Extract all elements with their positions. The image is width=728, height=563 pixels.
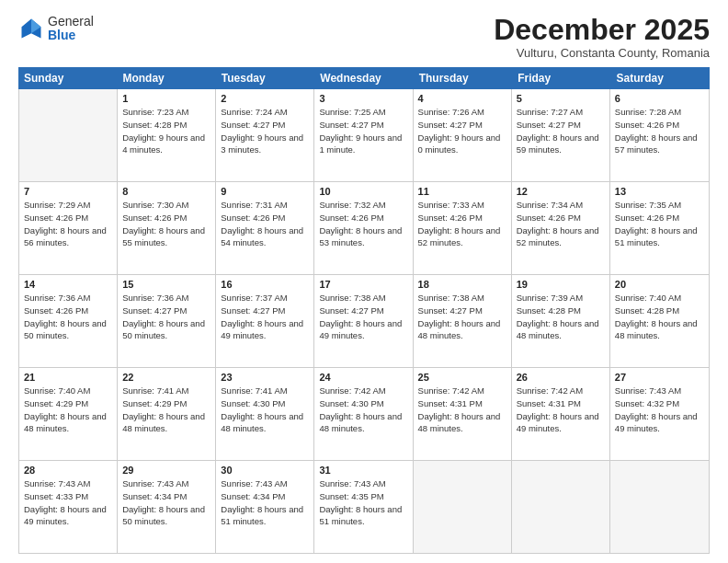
- calendar: SundayMondayTuesdayWednesdayThursdayFrid…: [18, 67, 710, 554]
- day-cell-6: 6Sunrise: 7:28 AMSunset: 4:26 PMDaylight…: [610, 89, 709, 181]
- day-info: Sunrise: 7:29 AMSunset: 4:26 PMDaylight:…: [24, 199, 112, 249]
- day-number: 4: [418, 93, 506, 104]
- day-number: 17: [319, 279, 407, 290]
- day-cell-13: 13Sunrise: 7:35 AMSunset: 4:26 PMDayligh…: [610, 182, 709, 274]
- day-info: Sunrise: 7:38 AMSunset: 4:27 PMDaylight:…: [319, 292, 407, 342]
- day-number: 24: [319, 372, 407, 383]
- day-number: 18: [418, 279, 506, 290]
- day-info: Sunrise: 7:36 AMSunset: 4:26 PMDaylight:…: [24, 292, 112, 342]
- day-number: 31: [319, 465, 407, 476]
- day-info: Sunrise: 7:41 AMSunset: 4:30 PMDaylight:…: [221, 385, 309, 435]
- day-number: 22: [122, 372, 210, 383]
- day-info: Sunrise: 7:35 AMSunset: 4:26 PMDaylight:…: [615, 199, 704, 249]
- day-number: 12: [517, 186, 605, 197]
- day-info: Sunrise: 7:43 AMSunset: 4:34 PMDaylight:…: [122, 477, 210, 528]
- empty-cell: [414, 461, 512, 553]
- day-info: Sunrise: 7:27 AMSunset: 4:27 PMDaylight:…: [517, 106, 605, 156]
- day-info: Sunrise: 7:40 AMSunset: 4:29 PMDaylight:…: [24, 385, 112, 435]
- day-cell-24: 24Sunrise: 7:42 AMSunset: 4:30 PMDayligh…: [314, 368, 413, 460]
- day-number: 21: [24, 372, 112, 383]
- day-cell-15: 15Sunrise: 7:36 AMSunset: 4:27 PMDayligh…: [118, 275, 216, 367]
- day-cell-2: 2Sunrise: 7:24 AMSunset: 4:27 PMDaylight…: [216, 89, 314, 181]
- day-number: 7: [24, 186, 112, 197]
- day-info: Sunrise: 7:41 AMSunset: 4:29 PMDaylight:…: [122, 385, 210, 435]
- day-number: 1: [122, 93, 210, 104]
- location-subtitle: Vulturu, Constanta County, Romania: [494, 46, 710, 60]
- day-number: 9: [221, 186, 309, 197]
- day-info: Sunrise: 7:25 AMSunset: 4:27 PMDaylight:…: [319, 106, 407, 156]
- day-info: Sunrise: 7:31 AMSunset: 4:26 PMDaylight:…: [221, 199, 309, 249]
- calendar-week-1: 1Sunrise: 7:23 AMSunset: 4:28 PMDaylight…: [19, 89, 709, 182]
- day-info: Sunrise: 7:43 AMSunset: 4:35 PMDaylight:…: [319, 477, 407, 528]
- day-info: Sunrise: 7:26 AMSunset: 4:27 PMDaylight:…: [418, 106, 506, 156]
- day-number: 8: [122, 186, 210, 197]
- day-number: 11: [418, 186, 506, 197]
- day-cell-1: 1Sunrise: 7:23 AMSunset: 4:28 PMDaylight…: [118, 89, 216, 181]
- day-info: Sunrise: 7:32 AMSunset: 4:26 PMDaylight:…: [319, 199, 407, 249]
- day-cell-7: 7Sunrise: 7:29 AMSunset: 4:26 PMDaylight…: [19, 182, 118, 274]
- calendar-header: SundayMondayTuesdayWednesdayThursdayFrid…: [18, 67, 710, 89]
- day-number: 5: [517, 93, 605, 104]
- header: General Blue December 2025 Vulturu, Cons…: [18, 15, 710, 60]
- day-cell-26: 26Sunrise: 7:42 AMSunset: 4:31 PMDayligh…: [512, 368, 610, 460]
- logo: General Blue: [18, 15, 94, 43]
- day-number: 10: [319, 186, 407, 197]
- day-number: 23: [221, 372, 309, 383]
- calendar-body: 1Sunrise: 7:23 AMSunset: 4:28 PMDaylight…: [18, 89, 710, 554]
- day-cell-20: 20Sunrise: 7:40 AMSunset: 4:28 PMDayligh…: [610, 275, 709, 367]
- day-info: Sunrise: 7:43 AMSunset: 4:33 PMDaylight:…: [24, 477, 112, 528]
- title-area: December 2025 Vulturu, Constanta County,…: [494, 15, 710, 60]
- header-day-wednesday: Wednesday: [314, 67, 413, 89]
- day-info: Sunrise: 7:33 AMSunset: 4:26 PMDaylight:…: [418, 199, 506, 249]
- day-number: 28: [24, 465, 112, 476]
- logo-icon: [18, 16, 44, 41]
- day-cell-17: 17Sunrise: 7:38 AMSunset: 4:27 PMDayligh…: [314, 275, 413, 367]
- day-cell-9: 9Sunrise: 7:31 AMSunset: 4:26 PMDaylight…: [216, 182, 314, 274]
- day-cell-5: 5Sunrise: 7:27 AMSunset: 4:27 PMDaylight…: [512, 89, 610, 181]
- day-cell-4: 4Sunrise: 7:26 AMSunset: 4:27 PMDaylight…: [414, 89, 512, 181]
- day-info: Sunrise: 7:43 AMSunset: 4:34 PMDaylight:…: [221, 477, 309, 528]
- day-info: Sunrise: 7:38 AMSunset: 4:27 PMDaylight:…: [418, 292, 506, 342]
- day-info: Sunrise: 7:28 AMSunset: 4:26 PMDaylight:…: [615, 106, 704, 156]
- logo-general-label: General: [48, 15, 94, 29]
- day-number: 26: [517, 372, 605, 383]
- logo-text: General Blue: [48, 15, 94, 43]
- day-cell-14: 14Sunrise: 7:36 AMSunset: 4:26 PMDayligh…: [19, 275, 118, 367]
- day-cell-3: 3Sunrise: 7:25 AMSunset: 4:27 PMDaylight…: [314, 89, 413, 181]
- day-number: 3: [319, 93, 407, 104]
- day-number: 19: [517, 279, 605, 290]
- day-info: Sunrise: 7:24 AMSunset: 4:27 PMDaylight:…: [221, 106, 309, 156]
- day-info: Sunrise: 7:42 AMSunset: 4:31 PMDaylight:…: [418, 385, 506, 435]
- day-number: 14: [24, 279, 112, 290]
- month-title: December 2025: [494, 15, 710, 44]
- day-number: 13: [615, 186, 704, 197]
- day-cell-28: 28Sunrise: 7:43 AMSunset: 4:33 PMDayligh…: [19, 461, 118, 553]
- day-cell-18: 18Sunrise: 7:38 AMSunset: 4:27 PMDayligh…: [414, 275, 512, 367]
- day-number: 15: [122, 279, 210, 290]
- day-info: Sunrise: 7:42 AMSunset: 4:31 PMDaylight:…: [517, 385, 605, 435]
- day-cell-30: 30Sunrise: 7:43 AMSunset: 4:34 PMDayligh…: [216, 461, 314, 553]
- day-number: 30: [221, 465, 309, 476]
- calendar-week-2: 7Sunrise: 7:29 AMSunset: 4:26 PMDaylight…: [19, 182, 709, 275]
- day-cell-29: 29Sunrise: 7:43 AMSunset: 4:34 PMDayligh…: [118, 461, 216, 553]
- day-info: Sunrise: 7:42 AMSunset: 4:30 PMDaylight:…: [319, 385, 407, 435]
- header-day-sunday: Sunday: [18, 67, 117, 89]
- day-info: Sunrise: 7:37 AMSunset: 4:27 PMDaylight:…: [221, 292, 309, 342]
- day-cell-10: 10Sunrise: 7:32 AMSunset: 4:26 PMDayligh…: [314, 182, 413, 274]
- empty-cell: [512, 461, 610, 553]
- logo-blue-label: Blue: [48, 29, 94, 42]
- header-day-friday: Friday: [512, 67, 610, 89]
- day-cell-21: 21Sunrise: 7:40 AMSunset: 4:29 PMDayligh…: [19, 368, 118, 460]
- day-info: Sunrise: 7:40 AMSunset: 4:28 PMDaylight:…: [615, 292, 704, 342]
- day-cell-23: 23Sunrise: 7:41 AMSunset: 4:30 PMDayligh…: [216, 368, 314, 460]
- day-info: Sunrise: 7:39 AMSunset: 4:28 PMDaylight:…: [517, 292, 605, 342]
- day-info: Sunrise: 7:43 AMSunset: 4:32 PMDaylight:…: [615, 385, 704, 435]
- day-cell-12: 12Sunrise: 7:34 AMSunset: 4:26 PMDayligh…: [512, 182, 610, 274]
- day-info: Sunrise: 7:34 AMSunset: 4:26 PMDaylight:…: [517, 199, 605, 249]
- day-number: 29: [122, 465, 210, 476]
- day-number: 2: [221, 93, 309, 104]
- day-cell-22: 22Sunrise: 7:41 AMSunset: 4:29 PMDayligh…: [118, 368, 216, 460]
- day-cell-27: 27Sunrise: 7:43 AMSunset: 4:32 PMDayligh…: [610, 368, 709, 460]
- calendar-week-4: 21Sunrise: 7:40 AMSunset: 4:29 PMDayligh…: [19, 368, 709, 461]
- header-day-saturday: Saturday: [611, 67, 710, 89]
